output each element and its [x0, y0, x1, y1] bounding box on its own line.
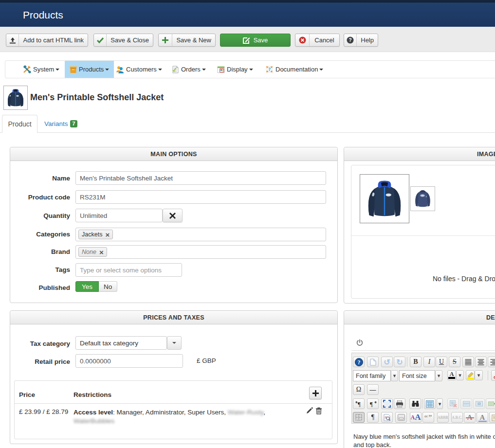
svg-text:¶: ¶	[358, 400, 361, 407]
svg-text:?: ?	[268, 67, 271, 72]
svg-text:?: ?	[357, 359, 360, 366]
svg-text:¶: ¶	[370, 400, 373, 407]
svg-text:?: ?	[349, 37, 352, 43]
